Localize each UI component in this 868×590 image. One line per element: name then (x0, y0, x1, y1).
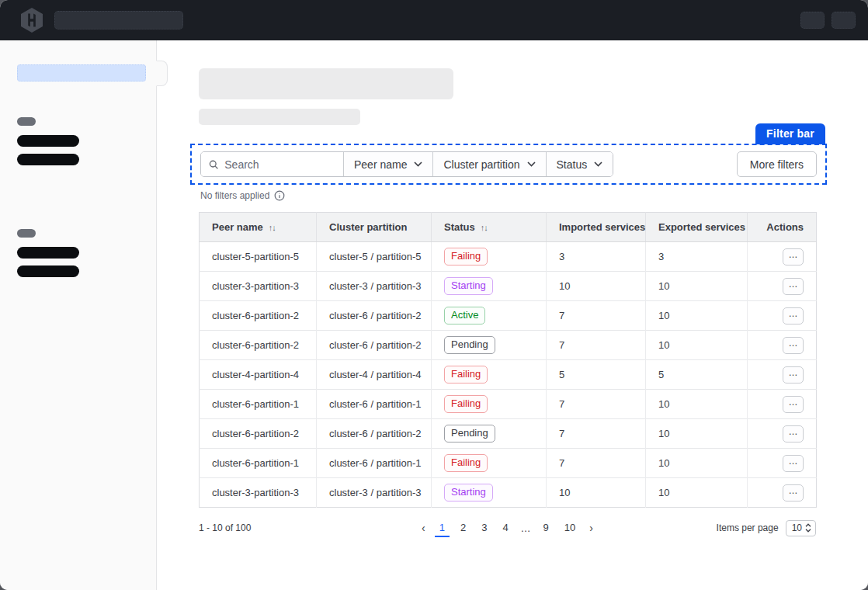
cell-status: Pending (432, 331, 547, 360)
dropdown-label: Peer name (354, 158, 407, 171)
filter-segmented-control: Peer name Cluster partition Status (200, 151, 613, 177)
cell-actions: … (748, 331, 817, 360)
page-number-10[interactable]: 10 (560, 519, 580, 537)
sort-icon[interactable]: ↑↓ (481, 223, 488, 232)
sort-icon[interactable]: ↑↓ (269, 223, 276, 232)
chevron-left-icon[interactable]: ‹ (418, 522, 429, 534)
cell-peer-name: cluster-3-partition-3 (200, 478, 317, 508)
chevron-right-icon[interactable]: › (586, 522, 596, 534)
cell-imported-services: 5 (547, 360, 646, 390)
cell-exported-services: 5 (646, 360, 748, 390)
cell-status: Active (432, 301, 547, 331)
cell-imported-services: 7 (547, 449, 646, 478)
status-filter-dropdown[interactable]: Status (546, 152, 613, 176)
row-actions-button[interactable]: … (783, 396, 804, 413)
app-window: Filter bar Peer name (0, 0, 868, 590)
cell-imported-services: 3 (547, 242, 646, 272)
cell-cluster-partition: cluster-5 / partition-5 (317, 242, 432, 272)
row-actions-button[interactable]: … (783, 337, 804, 354)
cell-exported-services: 10 (646, 301, 748, 331)
table-row: cluster-6-partition-2 cluster-6 / partit… (200, 419, 817, 449)
status-badge: Failing (444, 366, 488, 384)
row-actions-button[interactable]: … (783, 425, 804, 442)
page-subtitle-skeleton (199, 109, 360, 125)
chevron-down-icon (414, 161, 422, 167)
status-badge: Failing (444, 248, 488, 266)
filter-bar-annotation-label: Filter bar (755, 123, 825, 144)
peers-table: Peer name↑↓ Cluster partition Status↑↓ I… (199, 212, 817, 508)
cell-cluster-partition: cluster-6 / partition-2 (317, 301, 432, 331)
cell-imported-services: 7 (547, 390, 646, 419)
page-number-9[interactable]: 9 (539, 519, 554, 537)
row-actions-button[interactable]: … (783, 455, 804, 472)
filter-bar: Peer name Cluster partition Status More … (190, 144, 827, 185)
cell-peer-name: cluster-6-partition-2 (200, 301, 317, 331)
search-field[interactable] (201, 152, 343, 176)
cell-status: Starting (432, 272, 547, 301)
table-row: cluster-3-partition-3 cluster-3 / partit… (200, 478, 817, 508)
page-number-4[interactable]: 4 (498, 519, 512, 537)
sidebar-item-skeleton (17, 154, 79, 165)
cell-actions: … (748, 449, 817, 478)
cell-status: Failing (432, 449, 547, 478)
cell-actions: … (748, 478, 817, 508)
dropdown-label: Cluster partition (443, 158, 519, 171)
sidebar (0, 40, 157, 590)
cell-status: Failing (432, 242, 547, 272)
cell-actions: … (748, 390, 817, 419)
column-header-status[interactable]: Status↑↓ (432, 213, 547, 242)
status-badge: Pending (444, 336, 495, 354)
cluster-partition-filter-dropdown[interactable]: Cluster partition (432, 152, 545, 176)
search-icon (209, 159, 218, 170)
info-icon[interactable] (274, 190, 285, 201)
more-filters-button[interactable]: More filters (737, 151, 817, 177)
cell-cluster-partition: cluster-6 / partition-2 (317, 419, 432, 449)
status-badge: Starting (444, 277, 493, 295)
page-number-1[interactable]: 1 (435, 519, 450, 537)
sidebar-collapse-handle[interactable] (156, 61, 168, 86)
cell-cluster-partition: cluster-6 / partition-1 (317, 449, 432, 478)
cell-cluster-partition: cluster-4 / partition-4 (317, 360, 432, 390)
page-ellipsis: … (519, 520, 533, 536)
row-actions-button[interactable]: … (783, 307, 804, 324)
cell-exported-services: 10 (646, 449, 748, 478)
peer-name-filter-dropdown[interactable]: Peer name (343, 152, 432, 176)
sidebar-item-skeleton (17, 247, 79, 259)
chevron-down-icon (594, 161, 602, 167)
table-row: cluster-6-partition-2 cluster-6 / partit… (200, 301, 817, 331)
table-header-row: Peer name↑↓ Cluster partition Status↑↓ I… (200, 213, 817, 242)
search-input[interactable] (224, 158, 335, 171)
sidebar-item-skeleton (17, 135, 79, 147)
row-actions-button[interactable]: … (783, 484, 804, 502)
page-number-2[interactable]: 2 (456, 519, 470, 537)
sidebar-section-label-skeleton (17, 117, 36, 126)
select-caret-icon (805, 523, 811, 533)
cell-peer-name: cluster-6-partition-2 (200, 331, 317, 360)
page-title-skeleton (199, 68, 453, 99)
cell-status: Starting (432, 478, 547, 508)
sidebar-active-item-skeleton (17, 64, 146, 82)
items-per-page-value: 10 (792, 522, 802, 533)
page-number-3[interactable]: 3 (477, 519, 491, 537)
cell-peer-name: cluster-6-partition-1 (200, 390, 317, 419)
cell-cluster-partition: cluster-6 / partition-1 (317, 390, 432, 419)
column-header-peer-name[interactable]: Peer name↑↓ (200, 213, 317, 242)
dropdown-label: Status (557, 158, 588, 171)
cell-actions: … (748, 419, 817, 449)
sidebar-item-skeleton (17, 266, 79, 277)
items-per-page-select[interactable]: 10 (786, 520, 816, 536)
cell-imported-services: 7 (547, 419, 646, 449)
filter-bar-annotation: Filter bar Peer name (190, 144, 827, 185)
top-navbar (0, 0, 868, 40)
cell-status: Failing (432, 360, 547, 390)
cell-exported-services: 3 (646, 242, 748, 272)
table-row: cluster-4-partition-4 cluster-4 / partit… (200, 360, 817, 390)
row-actions-button[interactable]: … (783, 248, 804, 266)
navbar-search-skeleton (54, 11, 183, 30)
cell-actions: … (748, 272, 817, 301)
row-actions-button[interactable]: … (783, 278, 804, 295)
row-actions-button[interactable]: … (783, 366, 804, 384)
cell-actions: … (748, 301, 817, 331)
status-badge: Failing (444, 395, 488, 413)
status-badge: Starting (444, 484, 493, 502)
